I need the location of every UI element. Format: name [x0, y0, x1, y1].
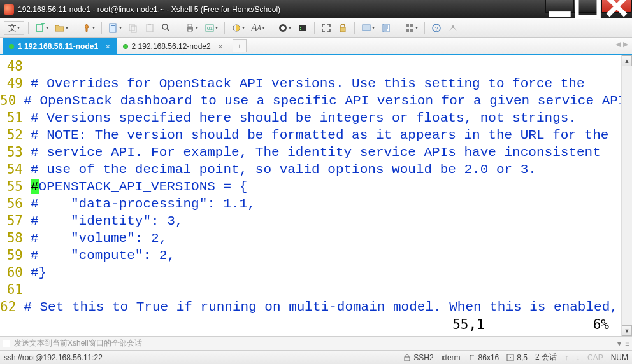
maximize-button[interactable] — [573, 0, 601, 13]
line-text: # Overrides for OpenStack API versions. … — [31, 75, 585, 92]
close-button[interactable] — [601, 0, 632, 13]
code-line: 48 — [0, 58, 632, 75]
svg-point-27 — [452, 25, 454, 28]
svg-rect-12 — [188, 29, 192, 32]
scroll-down-icon[interactable]: ▼ — [622, 325, 632, 336]
help-icon[interactable]: ? — [429, 22, 444, 34]
minimize-button[interactable] — [545, 0, 573, 13]
nav-down-icon[interactable]: ↓ — [576, 353, 580, 362]
app-icon — [4, 4, 14, 15]
search-icon[interactable] — [159, 22, 174, 34]
vertical-scrollbar[interactable]: ▲ ▼ — [621, 55, 632, 336]
code-line: 57# "identity": 3, — [0, 213, 632, 230]
line-number: 50 — [0, 92, 24, 109]
caps-indicator: CAP — [587, 353, 603, 362]
copy-icon[interactable] — [126, 22, 141, 34]
line-number: 51 — [0, 109, 31, 127]
tab-label: 2 192.168.56.12-node2 — [132, 42, 211, 51]
svg-rect-28 — [405, 357, 410, 361]
lock-icon[interactable] — [335, 22, 350, 34]
line-text: # OpenStack dashboard to use a specific … — [24, 92, 632, 109]
line-text: # "compute": 2, — [31, 247, 175, 264]
terminal-editor[interactable]: 4849# Overrides for OpenStack API versio… — [0, 55, 632, 336]
line-text: # use of the decimal point, so valid opt… — [31, 161, 536, 178]
line-text: # NOTE: The version should be formatted … — [31, 127, 608, 144]
svg-rect-19 — [363, 25, 370, 31]
line-number: 56 — [0, 195, 31, 213]
svg-rect-17 — [299, 25, 306, 31]
line-text: # Set this to True if running on multi-d… — [24, 298, 632, 316]
svg-rect-5 — [129, 24, 134, 31]
line-number: 57 — [0, 213, 31, 230]
svg-point-9 — [162, 24, 168, 29]
svg-rect-23 — [406, 29, 409, 32]
cursor-position: 55,1 — [452, 317, 485, 332]
svg-rect-8 — [148, 24, 151, 25]
svg-rect-1 — [577, 0, 598, 17]
window-titlebar: 192.168.56.11-node1 - root@linux-node1:~… — [0, 0, 632, 18]
chevron-down-icon[interactable]: ▾ — [617, 339, 621, 348]
svg-rect-18 — [340, 27, 345, 32]
layout-icon[interactable]: ▾ — [402, 22, 420, 34]
scroll-up-icon[interactable]: ▲ — [622, 55, 632, 66]
tab-next-icon[interactable]: ▶ — [623, 40, 628, 48]
file-menu-button[interactable]: 文▾ — [4, 21, 24, 35]
svg-text:?: ? — [434, 25, 438, 32]
tab-prev-icon[interactable]: ◀ — [615, 40, 621, 48]
nav-up-icon[interactable]: ↑ — [564, 353, 568, 362]
session-icon[interactable]: ▾ — [359, 22, 377, 34]
tab-close-icon[interactable]: × — [106, 43, 110, 50]
menu-lines-icon[interactable]: ≡ — [625, 339, 629, 348]
font-icon[interactable]: AA▾ — [248, 21, 267, 35]
tab-label: 1 192.168.56.11-node1 — [18, 42, 98, 51]
svg-rect-4 — [111, 25, 115, 26]
line-text: #} — [31, 264, 47, 281]
line-number: 61 — [0, 281, 31, 298]
code-line: 51# Versions specified here should be in… — [0, 109, 632, 127]
broadcast-placeholder[interactable]: 发送文本到当前Xshell窗口的全部会话 — [14, 338, 142, 349]
log-icon[interactable] — [378, 22, 394, 34]
broadcast-checkbox[interactable] — [3, 340, 10, 347]
pin-icon[interactable]: ▾ — [79, 22, 97, 34]
scroll-percent: 6% — [593, 317, 609, 332]
num-indicator: NUM — [611, 353, 628, 362]
code-line: 50# OpenStack dashboard to use a specifi… — [0, 92, 632, 109]
line-text: # service API. For example, The identity… — [31, 144, 601, 161]
about-icon[interactable] — [445, 22, 461, 34]
status-dot-icon — [123, 44, 128, 49]
code-line: 54# use of the decimal point, so valid o… — [0, 161, 632, 178]
code-line: 62# Set this to True if running on multi… — [0, 298, 632, 316]
window-title: 192.168.56.11-node1 - root@linux-node1:~… — [18, 5, 545, 14]
new-tab-icon[interactable]: ▾ — [32, 22, 51, 34]
fullscreen-icon[interactable] — [319, 22, 334, 34]
line-number: 54 — [0, 161, 31, 178]
new-tab-button[interactable]: + — [233, 39, 247, 52]
code-line: 58# "volume": 2, — [0, 230, 632, 247]
session-tab-2[interactable]: 2 192.168.56.12-node2 × — [117, 38, 229, 54]
code-area[interactable]: 4849# Overrides for OpenStack API versio… — [0, 55, 632, 336]
ssh-protocol: SSH2 — [403, 353, 433, 362]
color-icon[interactable]: ▾ — [229, 22, 247, 34]
session-tab-1[interactable]: 1 192.168.56.11-node1 × — [3, 38, 117, 54]
svg-rect-30 — [510, 357, 511, 358]
open-icon[interactable]: ▾ — [52, 22, 71, 34]
scripts-icon[interactable]: ▾ — [275, 22, 294, 34]
status-bar: ssh://root@192.168.56.11:22 SSH2 xterm 8… — [0, 350, 632, 364]
tab-close-icon[interactable]: × — [219, 43, 222, 50]
connection-url: ssh://root@192.168.56.11:22 — [4, 353, 103, 362]
svg-rect-2 — [36, 25, 43, 31]
paste-icon[interactable] — [142, 22, 157, 34]
print-icon[interactable]: ▾ — [182, 22, 201, 34]
properties-icon[interactable]: ▾ — [106, 22, 124, 34]
line-number: 55 — [0, 178, 31, 195]
svg-rect-6 — [131, 26, 136, 32]
terminal-icon[interactable] — [295, 22, 310, 34]
line-text: # "data-processing": 1.1, — [31, 195, 255, 213]
line-number: 60 — [0, 264, 31, 281]
code-line: 53# service API. For example, The identi… — [0, 144, 632, 161]
vim-ruler: 55,1 6% — [452, 317, 609, 332]
main-toolbar: 文▾ ▾ ▾ ▾ ▾ ▾ 01▾ ▾ AA▾ ▾ ▾ ▾ ? — [0, 18, 632, 38]
broadcast-input-bar: 发送文本到当前Xshell窗口的全部会话 ▾ ≡ — [0, 336, 632, 350]
encoding-icon[interactable]: 01▾ — [202, 22, 220, 34]
cursor: # — [31, 179, 39, 194]
